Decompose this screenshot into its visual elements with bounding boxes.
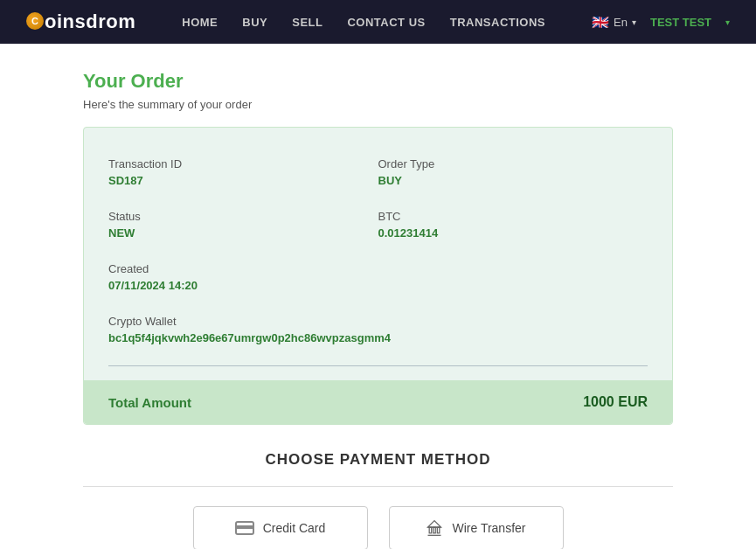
page-title: Your Order [83,70,673,93]
order-details-grid: Transaction ID SD187 Order Type BUY Stat… [108,149,648,358]
nav-transactions-link[interactable]: TRANSACTIONS [450,16,545,29]
main-content: Your Order Here's the summary of your or… [0,44,756,549]
nav-home[interactable]: HOME [182,15,218,29]
order-summary-box: Transaction ID SD187 Order Type BUY Stat… [83,127,673,425]
btc-field: BTC 0.01231414 [378,201,648,254]
btc-label: BTC [378,210,648,223]
nav-buy[interactable]: BUY [242,15,267,29]
created-field: Created 07/11/2024 14:20 [108,254,378,306]
page-subtitle: Here's the summary of your order [83,98,673,111]
svg-rect-5 [438,527,440,533]
total-value: 1000 EUR [583,394,648,410]
order-divider [108,365,648,366]
credit-card-button[interactable]: Credit Card [193,506,368,549]
order-type-label: Order Type [378,157,648,170]
credit-card-icon [235,521,254,535]
payment-methods-container: Credit Card Wire Transfer [83,506,673,549]
bank-icon [426,519,443,537]
svg-rect-3 [430,527,433,533]
transaction-id-field: Transaction ID SD187 [108,149,378,201]
language-selector[interactable]: 🇬🇧 En ▾ [592,14,636,31]
logo-coin-icon [26,12,44,30]
wallet-value: bc1q5f4jqkvwh2e96e67umrgw0p2hc86wvpzasgm… [108,331,648,344]
navbar: oinsdrom HOME BUY SELL CONTACT US TRANSA… [0,0,756,44]
total-label: Total Amount [108,395,191,410]
btc-value: 0.01231414 [378,226,648,240]
status-value: NEW [108,226,378,240]
nav-sell[interactable]: SELL [292,15,323,29]
order-type-value: BUY [378,174,648,187]
nav-transactions[interactable]: TRANSACTIONS [450,15,545,29]
payment-divider [83,486,673,487]
user-name-label[interactable]: TEST TEST [650,16,711,29]
language-label: En [614,16,628,29]
logo[interactable]: oinsdrom [26,10,135,33]
payment-section: CHOOSE PAYMENT METHOD Credit Card Wire T… [83,451,673,549]
created-label: Created [108,262,378,275]
wire-transfer-button[interactable]: Wire Transfer [389,506,564,549]
nav-contact-link[interactable]: CONTACT US [347,16,425,29]
user-menu-chevron-icon[interactable]: ▾ [725,17,730,27]
flag-icon: 🇬🇧 [592,14,609,31]
nav-buy-link[interactable]: BUY [242,16,267,29]
transaction-id-label: Transaction ID [108,157,378,170]
language-chevron-icon: ▾ [632,17,636,27]
nav-sell-link[interactable]: SELL [292,16,323,29]
wallet-label: Crypto Wallet [108,315,648,328]
credit-card-label: Credit Card [263,521,326,535]
empty-field [378,254,648,306]
nav-home-link[interactable]: HOME [182,16,218,29]
navbar-right: 🇬🇧 En ▾ TEST TEST ▾ [592,14,730,31]
status-label: Status [108,210,378,223]
transaction-id-value: SD187 [108,174,378,187]
svg-marker-2 [428,521,441,528]
status-field: Status NEW [108,201,378,254]
logo-text: oinsdrom [45,10,135,33]
wire-transfer-label: Wire Transfer [452,521,525,535]
nav-links: HOME BUY SELL CONTACT US TRANSACTIONS [182,15,545,29]
nav-contact[interactable]: CONTACT US [347,15,425,29]
wallet-field: Crypto Wallet bc1q5f4jqkvwh2e96e67umrgw0… [108,306,648,358]
order-type-field: Order Type BUY [378,149,648,201]
created-value: 07/11/2024 14:20 [108,279,378,292]
svg-rect-4 [433,527,436,533]
total-row: Total Amount 1000 EUR [84,380,672,424]
payment-section-title: CHOOSE PAYMENT METHOD [83,451,673,469]
